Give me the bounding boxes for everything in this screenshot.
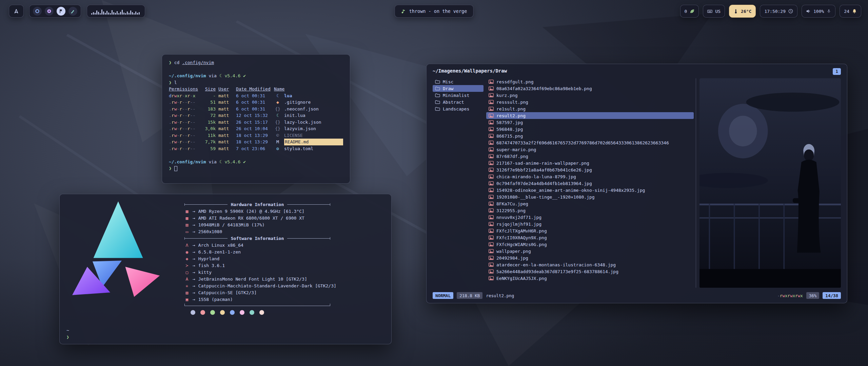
folder-name: Draw — [443, 86, 453, 91]
sidebar-folder-minimalist[interactable]: Minimalist — [433, 92, 484, 99]
file-row[interactable]: 217167-sad-anime-rain-wallpaper.png — [486, 160, 694, 166]
file-row[interactable]: chica-mirando-la-luna-8799.jpg — [486, 173, 694, 180]
sidebar-folder-landscapes[interactable]: Landscapes — [433, 105, 484, 112]
via-label: via — [209, 73, 216, 78]
quick-launch-button-1[interactable] — [33, 7, 42, 16]
moon-icon: ☾ — [219, 73, 222, 79]
quick-launch-button-3[interactable] — [57, 7, 65, 16]
sidebar-folder-draw[interactable]: Draw — [433, 85, 484, 92]
file-date: 6 oct 00:31 — [236, 93, 271, 99]
kernel-icon: ◉ — [184, 249, 190, 255]
quick-launch-button-2[interactable] — [45, 7, 54, 16]
file-size: 11k — [201, 132, 216, 139]
section-title: Hardware Information — [231, 202, 284, 207]
file-row[interactable]: 87r687df.png — [486, 153, 694, 160]
via-label: via — [209, 159, 216, 164]
breadcrumb-path: ~/Imagenes/Wallpapers/Draw — [433, 68, 507, 74]
file-row[interactable]: 154928-odinokoe_anime-art-anime-okno-sin… — [486, 187, 694, 194]
sidebar-folder-misc[interactable]: Misc — [433, 78, 484, 85]
volume-module[interactable]: 100% — [802, 5, 835, 18]
launcher-button[interactable] — [9, 5, 24, 18]
file-row[interactable]: FXfcHgcWIAMzs0G.png — [486, 241, 694, 248]
file-row[interactable]: FXfcJlTXgAMvH6R.png — [486, 227, 694, 234]
file-name: resssult.png — [496, 100, 528, 105]
license-icon: © — [274, 132, 281, 139]
image-file-icon — [489, 276, 494, 280]
file-row[interactable]: kurz.png — [486, 92, 694, 99]
file-row[interactable]: nnvuv0xj2df71.jpg — [486, 214, 694, 221]
file-name: 866715.png — [496, 134, 523, 139]
folder-name: Minimalist — [443, 93, 469, 98]
file-row[interactable]: resssult.png — [486, 99, 694, 105]
file-list: ressdfgult.png08a634fa02a32364f69ebc86a9… — [486, 78, 694, 288]
file-row[interactable]: super-mario.png — [486, 146, 694, 153]
file-row[interactable]: 596848.jpg — [486, 126, 694, 133]
directory-sidebar: MiscDrawMinimalistAbstractLandscapes — [433, 78, 484, 288]
ls-row: .rw-r--r--51matt6 oct 00:31◆.gitignore — [169, 99, 343, 106]
image-file-icon — [489, 249, 494, 253]
image-file-icon — [489, 202, 494, 206]
file-row[interactable]: atardecer-en-la-montanas-ilustracion-634… — [486, 261, 694, 268]
fetch-value: fish 3.6.1 — [198, 263, 225, 268]
topbar-right-modules: 0 US 26°C 17:50:29 — [680, 5, 861, 18]
gpu-icon: ▩ — [184, 216, 190, 221]
ls-row: .rw-r--r--7,7kmatt18 oct 13:29MREADME.md — [169, 139, 343, 145]
current-path: ~/.config/nvim — [169, 73, 206, 78]
tray-count: 24 — [844, 9, 849, 14]
prompt-line[interactable]: ❯ — [66, 334, 69, 341]
prompt-path-line: ~ — [66, 327, 69, 334]
fastfetch-window: Hardware Information ▦→AMD Ryzen 9 5900X… — [59, 194, 392, 344]
file-row[interactable]: re1sult.png — [486, 105, 694, 112]
terminal-command-line: ❯ l — [169, 79, 343, 86]
image-file-icon — [489, 161, 494, 165]
speaker-icon — [806, 9, 811, 14]
file-row[interactable]: 68747470733a2f2f696d616765732d7769786d70… — [486, 139, 694, 146]
file-date: 26 oct 15:17 — [236, 119, 271, 126]
file-row[interactable]: 08a634fa02a32364f69ebc86a98eb1eb.png — [486, 85, 694, 92]
file-row[interactable]: wallpaper.png — [486, 248, 694, 255]
terminal-cursor-line[interactable]: ❯ — [169, 165, 343, 172]
tab-badge[interactable]: 1 — [833, 68, 841, 75]
temperature-module[interactable]: 26°C — [729, 5, 756, 18]
file-name: 3122955.png — [496, 208, 526, 213]
file-owner: matt — [218, 119, 233, 126]
file-name: 596848.jpg — [496, 127, 523, 132]
clock-module[interactable]: 17:50:29 — [760, 5, 797, 18]
file-name: chica-mirando-la-luna-8799.jpg — [496, 174, 576, 179]
file-row[interactable]: 8FKa7Cu.jpeg — [486, 200, 694, 207]
fetch-value: 6.5.8-zen1-1-zen — [198, 249, 241, 255]
updates-module[interactable]: 0 — [680, 5, 699, 18]
music-note-icon — [401, 9, 406, 14]
media-module[interactable]: thrown - on the verge — [395, 5, 474, 18]
file-row[interactable]: 20492984.jpg — [486, 255, 694, 261]
file-row[interactable]: 19201080-__blue-tinge__-1920×1080.jpg — [486, 194, 694, 200]
file-row[interactable]: 587597.jpg — [486, 119, 694, 126]
file-row[interactable]: 3126f7e9bbf21a8a4af0b67b041c6e26.jpg — [486, 166, 694, 173]
image-file-icon — [489, 188, 494, 192]
file-row[interactable]: EeNKYgIUcAAJ5JX.png — [486, 275, 694, 282]
hardware-lines: ▦→AMD Ryzen 9 5900X (24) @ 4.9GHz [61.3°… — [184, 208, 385, 235]
hardware-section-title: Hardware Information — [184, 201, 330, 208]
quick-launch-button-4[interactable] — [68, 7, 77, 16]
cpu-graph-widget[interactable] — [87, 5, 145, 18]
file-row[interactable]: FXfcII0X0AQyn9X.png — [486, 234, 694, 241]
moon-icon: ☾ — [219, 159, 222, 165]
current-path: ~/.config/nvim — [169, 159, 206, 164]
file-row[interactable]: 866715.png — [486, 133, 694, 139]
notifications-module[interactable]: 24 — [840, 5, 861, 18]
theme-icon: ✳ — [184, 283, 190, 288]
file-row[interactable]: ressdfgult.png — [486, 78, 694, 85]
sidebar-folder-abstract[interactable]: Abstract — [433, 99, 484, 105]
image-file-icon — [489, 86, 494, 90]
file-name: FXfcII0X0AQyn9X.png — [496, 235, 547, 240]
file-row[interactable]: 3122955.png — [486, 207, 694, 214]
file-row[interactable]: rsjqojlmjhf91.jpg — [486, 221, 694, 227]
keyboard-layout-module[interactable]: US — [703, 5, 725, 18]
file-row[interactable]: 5a266e448add93deab367d87173e9f25-6837886… — [486, 268, 694, 275]
image-file-icon — [489, 107, 494, 111]
file-row[interactable]: result2.png — [486, 112, 694, 119]
palette-dot — [250, 310, 254, 315]
file-row[interactable]: 0c794faf07de24a4db4d4fb1eb813964.jpg — [486, 180, 694, 187]
clock-icon — [788, 9, 793, 14]
ls-row: drwxr-xr-x-matt6 oct 00:31☾lua — [169, 93, 343, 99]
